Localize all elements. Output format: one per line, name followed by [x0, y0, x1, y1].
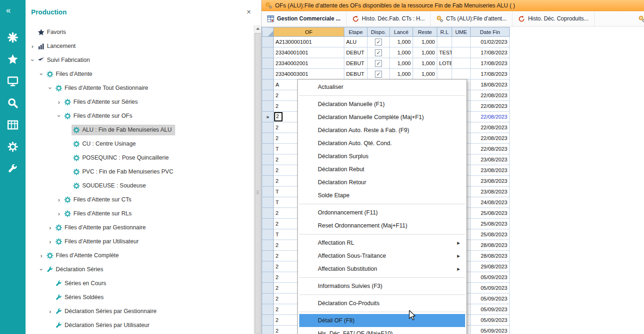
tree-item[interactable]: ›Files d'Attente par Gestionnaire: [26, 220, 253, 234]
expander-icon[interactable]: ›: [38, 70, 45, 78]
column-header[interactable]: Lancé: [390, 27, 413, 37]
row-header-cell[interactable]: [262, 294, 274, 304]
menu-item[interactable]: Solde Etape: [298, 189, 467, 202]
menu-item[interactable]: Ordonnancement (F11): [298, 206, 467, 219]
column-header[interactable]: Etape: [344, 27, 368, 37]
settings-gear-icon[interactable]: [0, 136, 26, 158]
tree-item[interactable]: ›Files d'Attente sur Séries: [26, 95, 253, 109]
row-header-cell[interactable]: [262, 144, 274, 154]
checkbox-checked-icon[interactable]: ✓: [375, 39, 382, 46]
expander-icon[interactable]: ›: [46, 224, 54, 231]
document-tab[interactable]: [633, 11, 644, 26]
column-header[interactable]: Date Fin: [471, 27, 510, 37]
menu-item[interactable]: His. Déc. FAT/ OF (Maj+F10): [298, 327, 467, 334]
row-header-cell[interactable]: [262, 176, 274, 187]
tree-item[interactable]: Séries en Cours: [26, 276, 253, 290]
column-header[interactable]: R.L: [437, 27, 452, 37]
menu-item[interactable]: Déclaration Auto. Qté. Cond.: [298, 137, 467, 150]
tree-item[interactable]: PVC : Fin de Fab Menuiseries PVC: [26, 165, 253, 179]
tree-item[interactable]: ›Files d'Attente Tout Gestionnaire: [26, 81, 253, 95]
column-header[interactable]: OF: [274, 27, 344, 37]
search-icon[interactable]: [0, 92, 26, 114]
menu-item[interactable]: Reset Ordonnancement (Maj+F11): [298, 219, 467, 232]
tree-item[interactable]: Favoris: [26, 25, 253, 39]
menu-item[interactable]: Informations Suivies (F3): [298, 280, 467, 293]
workstation-icon[interactable]: [0, 70, 26, 92]
close-panel-icon[interactable]: ×: [247, 8, 251, 16]
tree-item[interactable]: ›Suivi Fabrication: [26, 53, 253, 67]
row-header-cell[interactable]: [262, 80, 274, 90]
collapse-panel-button[interactable]: «: [0, 0, 26, 15]
expander-icon[interactable]: ›: [38, 252, 45, 259]
tree-item[interactable]: ›Déclaration Séries: [26, 262, 253, 276]
document-tab[interactable]: Histo. Déc.Fab. CTs : H...: [347, 11, 431, 26]
expander-icon[interactable]: ›: [56, 112, 63, 120]
tree-item[interactable]: ›Files d'Attente par Utilisateur: [26, 234, 253, 248]
column-header[interactable]: Reste: [413, 27, 437, 37]
document-tab[interactable]: CTs (ALU):File d'attent...: [431, 11, 513, 26]
row-header-cell[interactable]: [262, 37, 274, 47]
grid-view-icon[interactable]: [0, 114, 26, 136]
expander-icon[interactable]: ›: [38, 266, 45, 273]
expander-icon[interactable]: ›: [55, 99, 63, 106]
row-header-cell[interactable]: [262, 101, 274, 112]
expander-icon[interactable]: ›: [29, 43, 36, 50]
menu-item[interactable]: Déclaration Retour: [298, 176, 467, 189]
checkbox-checked-icon[interactable]: ✓: [375, 60, 382, 67]
tree-item[interactable]: Déclaration Séries par Utilisateur: [26, 318, 253, 332]
tree-item[interactable]: ›Files d'Attente Complète: [26, 248, 253, 262]
tree-item[interactable]: ›Files d'Attente sur OFs: [26, 109, 253, 123]
row-header-cell[interactable]: [262, 272, 274, 283]
column-header[interactable]: Dispo.: [368, 27, 390, 37]
row-header-cell[interactable]: [262, 229, 274, 240]
menu-item[interactable]: Affectation Substitution▶: [298, 262, 467, 275]
row-header-cell[interactable]: [262, 197, 274, 208]
row-header-cell[interactable]: [262, 240, 274, 251]
row-header-cell[interactable]: »: [262, 112, 274, 122]
row-header-cell[interactable]: [262, 133, 274, 144]
row-header-cell[interactable]: [262, 261, 274, 272]
tree-item[interactable]: POSEQUINC : Pose Quincaillerie: [26, 151, 253, 165]
checkbox-checked-icon[interactable]: ✓: [375, 71, 382, 78]
tree-item[interactable]: ›Files d'Attente: [26, 67, 253, 81]
menu-item[interactable]: Déclaration Manuelle (F1): [298, 98, 467, 111]
grid-corner-cell[interactable]: [262, 27, 274, 37]
row-header-cell[interactable]: [262, 154, 274, 165]
menu-item[interactable]: Déclaration Auto. Reste à Fab. (F9): [298, 124, 467, 137]
tree-item[interactable]: Séries Soldées: [26, 290, 253, 304]
row-header-cell[interactable]: [262, 315, 274, 326]
expander-icon[interactable]: ›: [46, 238, 54, 245]
row-header-cell[interactable]: [262, 58, 274, 69]
menu-item[interactable]: Déclaration Rebut: [298, 163, 467, 176]
document-tab[interactable]: Gestion Commerciale ...: [262, 11, 347, 26]
row-header-cell[interactable]: [262, 326, 274, 334]
tree-item[interactable]: ›Files d'Attente sur RLs: [26, 207, 253, 220]
favorites-icon[interactable]: [0, 48, 26, 70]
tree-item[interactable]: ›Lancement: [26, 39, 253, 53]
tree-item[interactable]: ›Déclaration Séries par Gestionnaire: [26, 304, 253, 318]
row-header-cell[interactable]: [262, 165, 274, 176]
tree-item[interactable]: SOUDEUSE : Soudeuse: [26, 179, 253, 193]
row-header-cell[interactable]: [262, 208, 274, 219]
tree-scrollbar[interactable]: [254, 25, 261, 334]
row-header-cell[interactable]: [262, 219, 274, 229]
modules-icon[interactable]: [0, 27, 26, 48]
menu-item[interactable]: Déclaration Manuelle Complète (Maj+F1): [298, 111, 467, 124]
expander-icon[interactable]: ›: [55, 196, 63, 203]
row-header-cell[interactable]: [262, 47, 274, 58]
tree-item[interactable]: ALU : Fin de Fab Menuiseries ALU: [26, 123, 253, 137]
expander-icon[interactable]: ›: [46, 308, 54, 315]
table-row[interactable]: 23340002001DEBUT✓1,0001,000LOTBI17/08/20…: [262, 58, 510, 69]
table-row[interactable]: 23340001001DEBUT✓1,0001,000TESTI17/08/20…: [262, 47, 510, 58]
table-row[interactable]: A21300001001ALU✓1,0001,00001/02/2023: [262, 37, 510, 47]
menu-item[interactable]: Affectation RL▶: [298, 236, 467, 249]
menu-item[interactable]: Détail OF (F8): [299, 314, 465, 327]
row-header-cell[interactable]: [262, 304, 274, 315]
scroll-up-icon[interactable]: [254, 25, 261, 33]
tools-icon[interactable]: [0, 158, 26, 180]
column-header[interactable]: UME: [452, 27, 471, 37]
scrollbar-thumb[interactable]: [255, 33, 261, 334]
tree-item[interactable]: ›Files d'Attente sur CTs: [26, 193, 253, 207]
menu-item[interactable]: Actualiser: [298, 80, 467, 94]
menu-item[interactable]: Affectation Sous-Traitance▶: [298, 249, 467, 262]
